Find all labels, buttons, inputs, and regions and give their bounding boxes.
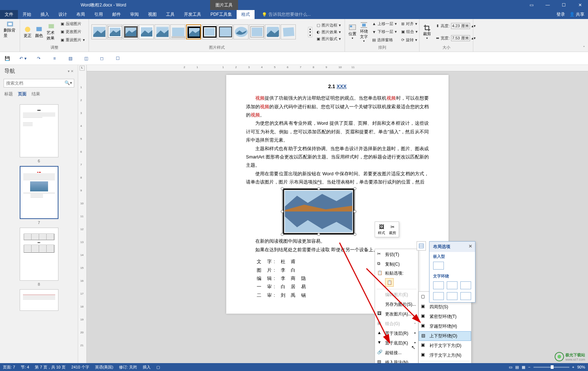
layout-opt-square[interactable] <box>433 281 444 289</box>
height-field[interactable]: ⬍ 高度: 4.23 厘米 ▴▾ <box>435 22 477 30</box>
wrap-square[interactable]: ▣四周型(S) <box>419 302 471 312</box>
picture-style-5[interactable] <box>155 24 170 39</box>
page-thumbnails[interactable]: ■■■ 6 ■ ■■ 7 ■■■ 8 <box>0 99 78 365</box>
mini-style[interactable]: 🖼样式 <box>376 223 387 236</box>
view-read-icon[interactable]: ▭ <box>509 365 512 370</box>
qat-icon-1[interactable]: ≡ <box>51 55 58 62</box>
position-button[interactable]: 位置▾ <box>347 20 358 44</box>
sign-in[interactable]: 登录 <box>556 11 565 18</box>
thumb-7[interactable]: ■ ■■ 7 <box>20 166 58 225</box>
wrap-top-bottom[interactable]: ▤上下型环绕(O) <box>419 331 471 341</box>
paste-option-1[interactable]: 📋 <box>385 278 394 287</box>
zoom-in[interactable]: + <box>572 365 574 369</box>
vertical-ruler[interactable]: L 123456789101112131415161718192021 <box>78 65 87 365</box>
qat-icon-3[interactable]: ◫ <box>82 55 90 62</box>
status-lang[interactable]: 英语(美国) <box>95 365 113 370</box>
ctx-save-as-picture[interactable]: 另存为图片(S)... <box>375 300 418 309</box>
wrap-behind[interactable]: ▣衬于文字下方(D) <box>419 341 471 351</box>
ctx-cut[interactable]: ✂剪切(T) <box>375 250 418 260</box>
selected-picture[interactable] <box>282 188 355 235</box>
rotate-handle[interactable] <box>317 181 321 185</box>
mini-crop[interactable]: ✂裁剪 <box>387 223 398 236</box>
wrap-text-button[interactable]: 环绕文字▾ <box>359 20 369 44</box>
paragraph-5[interactable]: 在新的阅读视图中阅读更加容易。 <box>246 237 429 245</box>
send-backward[interactable]: ▼ 下移一层 ▾ <box>371 28 398 35</box>
picture-style-6[interactable] <box>170 24 185 39</box>
ribbon-options-icon[interactable]: ▭ <box>523 0 540 10</box>
heading-link[interactable]: XXX <box>337 84 347 89</box>
view-web-icon[interactable]: ▦ <box>522 365 525 370</box>
heading[interactable]: 2.1 XXX <box>246 82 429 91</box>
nav-tab-pages[interactable]: 页面 <box>18 91 27 97</box>
group-button[interactable]: ▣ 组合 ▾ <box>400 28 419 35</box>
tab-design[interactable]: 设计 <box>54 10 72 19</box>
tab-insert[interactable]: 插入 <box>36 10 54 19</box>
thumb-6[interactable]: ■■■ 6 <box>20 104 58 163</box>
tab-home[interactable]: 开始 <box>18 10 36 19</box>
picture-style-4[interactable] <box>139 24 154 39</box>
bring-forward[interactable]: ▲ 上移一层 ▾ <box>371 20 398 27</box>
maximize-icon[interactable]: ☐ <box>556 0 572 10</box>
selection-pane[interactable]: ▤ 选择窗格 <box>371 37 398 43</box>
tell-me[interactable]: 💡告诉我您想要做什么... <box>262 11 311 18</box>
nav-tab-results[interactable]: 结果 <box>32 91 40 97</box>
layout-opt-front[interactable] <box>460 292 471 300</box>
zoom-slider[interactable] <box>534 367 569 368</box>
color-button[interactable]: 颜色 <box>34 20 44 44</box>
picture-border[interactable]: ▢ 图片边框 ▾ <box>315 22 342 29</box>
layout-opt-tight[interactable] <box>447 281 457 289</box>
artistic-effects-button[interactable]: 艺术效果 <box>45 20 57 44</box>
layout-opt-topbot[interactable] <box>433 292 444 300</box>
rotate-button[interactable]: ⟳ 旋转 ▾ <box>400 37 419 43</box>
picture-style-10[interactable] <box>233 24 248 39</box>
remove-background-button[interactable]: 删除背景 <box>2 20 18 39</box>
zoom-out[interactable]: − <box>528 365 530 369</box>
nav-search[interactable]: 🔍▾ <box>4 79 74 87</box>
paragraph-3[interactable]: 主题和样式也有助于文档保持协调。当您单击设计并选择新的主题时，图片、图表或 Sm… <box>246 144 429 170</box>
tab-file[interactable]: 文件 <box>0 10 18 19</box>
status-track[interactable]: 修订: 关闭 <box>119 365 137 370</box>
width-field[interactable]: ⬌ 宽度: 7.53 厘米 ▴▾ <box>435 34 477 42</box>
picture-style-13[interactable] <box>281 24 296 39</box>
thumb-8[interactable]: ■■■ 8 <box>20 228 58 286</box>
ctx-copy[interactable]: ⧉复制(C) <box>375 260 418 269</box>
qat-icon-4[interactable]: ◻ <box>98 55 105 62</box>
picture-style-9[interactable] <box>218 24 233 39</box>
tab-tools[interactable]: 工具 <box>161 10 179 19</box>
picture-style-3[interactable] <box>123 24 138 39</box>
picture-style-2[interactable] <box>107 24 122 39</box>
qat-icon-2[interactable]: ▤ <box>67 55 74 62</box>
picture-layout[interactable]: ▣ 图片版式 ▾ <box>315 35 342 42</box>
picture-effects[interactable]: ◐ 图片效果 ▾ <box>315 29 342 35</box>
styles-scroll-down[interactable]: ▾ <box>308 30 312 34</box>
wrap-tight[interactable]: ▣紧密型环绕(T) <box>419 312 471 322</box>
compress-picture[interactable]: ▣ 压缩图片 <box>59 20 86 27</box>
tab-view[interactable]: 视图 <box>143 10 161 19</box>
search-icon[interactable]: 🔍▾ <box>65 80 72 85</box>
status-extra-icon[interactable]: ▢ <box>156 365 160 370</box>
status-page[interactable]: 页面: 7 <box>3 365 15 370</box>
change-picture[interactable]: ▣ 更改图片 <box>59 28 86 35</box>
close-icon[interactable]: ✕ <box>572 0 588 10</box>
minimize-icon[interactable]: — <box>540 0 556 10</box>
tab-format[interactable]: 格式 <box>237 10 255 19</box>
horizontal-ruler[interactable]: 211234567891011 <box>87 65 588 71</box>
tab-pdf[interactable]: PDF工具集 <box>206 10 237 19</box>
layout-opt-behind[interactable] <box>447 292 457 300</box>
status-words[interactable]: 2410 个字 <box>71 365 89 370</box>
undo-icon[interactable]: ↶ ▾ <box>19 55 27 62</box>
wrap-through[interactable]: ▣穿越型环绕(H) <box>419 322 471 331</box>
share-button[interactable]: 👤 共享 <box>569 11 584 18</box>
view-print-icon[interactable]: ▤ <box>515 365 519 370</box>
zoom-level[interactable]: 90% <box>577 365 585 369</box>
picture-style-12[interactable] <box>265 24 280 39</box>
styles-more[interactable]: ▾ <box>308 34 312 37</box>
tab-dev[interactable]: 开发工具 <box>179 10 206 19</box>
nav-tab-headings[interactable]: 标题 <box>4 91 13 97</box>
layout-opt-through[interactable] <box>460 281 471 289</box>
status-page-of[interactable]: 第 7 页，共 10 页 <box>35 365 66 370</box>
paragraph-4[interactable]: 使用在需要位置出现的新按钮在 Word 中保存时间。若要更改图片适应文档的方式，… <box>246 170 429 186</box>
ctx-bring-front[interactable]: ▲置于顶层(R)▸ <box>375 329 418 338</box>
tab-mail[interactable]: 邮件 <box>108 10 125 19</box>
picture-style-1[interactable] <box>91 24 106 39</box>
